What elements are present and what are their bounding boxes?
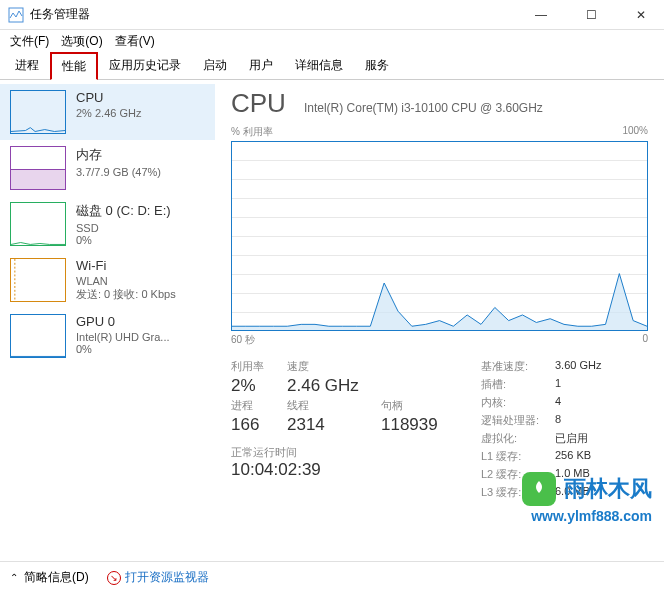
resmon-label: 打开资源监视器 — [125, 569, 209, 586]
watermark-logo-icon — [522, 472, 556, 506]
minimize-button[interactable]: — — [526, 8, 556, 22]
menu-options[interactable]: 选项(O) — [55, 31, 108, 52]
brief-info-link[interactable]: 简略信息(D) — [24, 569, 89, 586]
sidebar: CPU 2% 2.46 GHz 内存 3.7/7.9 GB (47%) 磁盘 0… — [0, 80, 215, 560]
tab-app-history[interactable]: 应用历史记录 — [98, 52, 192, 79]
base-speed-label: 基准速度: — [481, 359, 555, 374]
handles-value: 118939 — [381, 415, 451, 435]
sidebar-disk-title: 磁盘 0 (C: D: E:) — [76, 202, 171, 220]
sidebar-wifi-sub2: 发送: 0 接收: 0 Kbps — [76, 287, 176, 302]
uptime-label: 正常运行时间 — [231, 445, 451, 460]
task-manager-icon — [8, 7, 24, 23]
chart-y-max: 100% — [622, 125, 648, 139]
sidebar-item-disk[interactable]: 磁盘 0 (C: D: E:) SSD 0% — [0, 196, 215, 252]
cpu-model-name: Intel(R) Core(TM) i3-10100 CPU @ 3.60GHz — [304, 101, 543, 115]
watermark-text: 雨林木风 — [564, 474, 652, 504]
threads-label: 线程 — [287, 398, 381, 413]
sidebar-item-cpu[interactable]: CPU 2% 2.46 GHz — [0, 84, 215, 140]
window-title: 任务管理器 — [30, 6, 526, 23]
sidebar-gpu-sub1: Intel(R) UHD Gra... — [76, 331, 170, 343]
uptime-value: 10:04:02:39 — [231, 460, 451, 480]
base-speed-value: 3.60 GHz — [555, 359, 601, 374]
cores-label: 内核: — [481, 395, 555, 410]
cpu-utilization-chart — [231, 141, 648, 331]
sidebar-memory-sub: 3.7/7.9 GB (47%) — [76, 166, 161, 178]
sidebar-item-gpu[interactable]: GPU 0 Intel(R) UHD Gra... 0% — [0, 308, 215, 364]
sidebar-wifi-sub1: WLAN — [76, 275, 176, 287]
util-label: 利用率 — [231, 359, 287, 374]
watermark-url: www.ylmf888.com — [522, 508, 652, 524]
chart-x-right: 0 — [642, 333, 648, 347]
tab-users[interactable]: 用户 — [238, 52, 284, 79]
sidebar-memory-title: 内存 — [76, 146, 161, 164]
sidebar-cpu-title: CPU — [76, 90, 141, 105]
logical-value: 8 — [555, 413, 601, 428]
l1-value: 256 KB — [555, 449, 601, 464]
open-resource-monitor[interactable]: ↘ 打开资源监视器 — [107, 569, 209, 586]
content: CPU 2% 2.46 GHz 内存 3.7/7.9 GB (47%) 磁盘 0… — [0, 80, 664, 560]
sidebar-disk-sub1: SSD — [76, 222, 171, 234]
tab-processes[interactable]: 进程 — [4, 52, 50, 79]
menu-view[interactable]: 查看(V) — [109, 31, 161, 52]
menubar: 文件(F) 选项(O) 查看(V) — [0, 30, 664, 52]
collapse-icon[interactable]: ⌃ — [10, 572, 18, 583]
sidebar-wifi-title: Wi-Fi — [76, 258, 176, 273]
chart-x-left: 60 秒 — [231, 333, 255, 347]
tab-details[interactable]: 详细信息 — [284, 52, 354, 79]
cpu-thumbnail — [10, 90, 66, 134]
speed-label: 速度 — [287, 359, 381, 374]
disk-thumbnail — [10, 202, 66, 246]
titlebar: 任务管理器 — ☐ ✕ — [0, 0, 664, 30]
tab-services[interactable]: 服务 — [354, 52, 400, 79]
watermark: 雨林木风 www.ylmf888.com — [522, 472, 652, 524]
virt-label: 虚拟化: — [481, 431, 555, 446]
chart-y-label: % 利用率 — [231, 125, 273, 139]
maximize-button[interactable]: ☐ — [576, 8, 606, 22]
sidebar-gpu-title: GPU 0 — [76, 314, 170, 329]
tabbar: 进程 性能 应用历史记录 启动 用户 详细信息 服务 — [0, 52, 664, 80]
virt-value: 已启用 — [555, 431, 601, 446]
wifi-thumbnail — [10, 258, 66, 302]
resmon-icon: ↘ — [107, 571, 121, 585]
cores-value: 4 — [555, 395, 601, 410]
sidebar-gpu-sub2: 0% — [76, 343, 170, 355]
tab-performance[interactable]: 性能 — [50, 52, 98, 80]
main-panel: CPU Intel(R) Core(TM) i3-10100 CPU @ 3.6… — [215, 80, 664, 560]
sidebar-item-wifi[interactable]: Wi-Fi WLAN 发送: 0 接收: 0 Kbps — [0, 252, 215, 308]
cpu-heading: CPU — [231, 88, 286, 119]
gpu-thumbnail — [10, 314, 66, 358]
sidebar-disk-sub2: 0% — [76, 234, 171, 246]
sidebar-item-memory[interactable]: 内存 3.7/7.9 GB (47%) — [0, 140, 215, 196]
proc-label: 进程 — [231, 398, 287, 413]
speed-value: 2.46 GHz — [287, 376, 381, 396]
logical-label: 逻辑处理器: — [481, 413, 555, 428]
sockets-label: 插槽: — [481, 377, 555, 392]
util-value: 2% — [231, 376, 287, 396]
menu-file[interactable]: 文件(F) — [4, 31, 55, 52]
memory-thumbnail — [10, 146, 66, 190]
l1-label: L1 缓存: — [481, 449, 555, 464]
sidebar-cpu-sub: 2% 2.46 GHz — [76, 107, 141, 119]
proc-value: 166 — [231, 415, 287, 435]
bottombar: ⌃ 简略信息(D) ↘ 打开资源监视器 — [0, 561, 664, 593]
handles-label: 句柄 — [381, 398, 451, 413]
close-button[interactable]: ✕ — [626, 8, 656, 22]
threads-value: 2314 — [287, 415, 381, 435]
sockets-value: 1 — [555, 377, 601, 392]
tab-startup[interactable]: 启动 — [192, 52, 238, 79]
